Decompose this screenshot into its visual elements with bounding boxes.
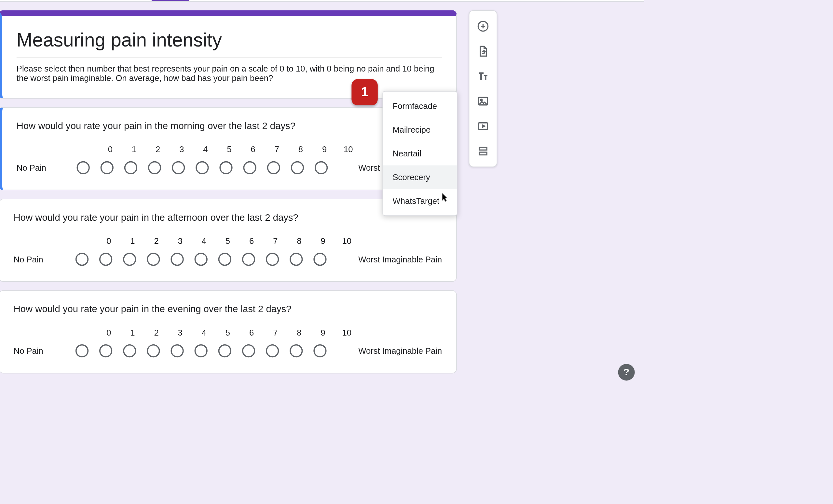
question-card[interactable]: How would you rate your pain in the even… xyxy=(0,291,457,374)
scale-number: 9 xyxy=(311,236,335,246)
radio-option[interactable] xyxy=(195,161,209,174)
addon-menu-item[interactable]: WhatsTarget xyxy=(383,189,457,213)
help-button[interactable]: ? xyxy=(618,364,635,380)
add-section-icon[interactable] xyxy=(471,139,495,163)
radio-option[interactable] xyxy=(265,253,279,266)
scale-number: 5 xyxy=(217,145,241,154)
addons-menu: FormfacadeMailrecipeNeartailScoreceryWha… xyxy=(382,91,457,216)
addon-menu-item[interactable]: Scorecery xyxy=(383,166,457,189)
scale-number: 2 xyxy=(144,236,168,246)
tab-questions[interactable]: Questions xyxy=(152,0,189,1)
scale-row: No PainWorst Imaginable Pain xyxy=(17,161,442,174)
radio-option[interactable] xyxy=(194,253,207,266)
radio-option[interactable] xyxy=(170,253,184,266)
scale-number: 1 xyxy=(121,328,144,337)
radio-option[interactable] xyxy=(242,253,255,266)
radio-option[interactable] xyxy=(170,344,184,357)
radio-option[interactable] xyxy=(218,253,231,266)
radio-option[interactable] xyxy=(75,253,88,266)
scale-number: 8 xyxy=(289,145,312,154)
radio-option[interactable] xyxy=(267,161,280,174)
radio-option[interactable] xyxy=(123,253,136,266)
scale-number: 6 xyxy=(241,145,265,154)
scale-row: No PainWorst Imaginable Pain xyxy=(14,253,442,266)
radio-option[interactable] xyxy=(124,161,137,174)
scale-numbers: 012345678910 xyxy=(98,145,360,154)
scale-number: 3 xyxy=(168,328,192,337)
radio-option[interactable] xyxy=(123,344,136,357)
scale-high-label: Worst Imaginable Pain xyxy=(358,346,442,355)
radio-option[interactable] xyxy=(194,344,207,357)
add-question-icon[interactable] xyxy=(471,14,495,38)
addon-menu-item[interactable]: Mailrecipe xyxy=(383,118,457,142)
scale-number: 10 xyxy=(336,145,360,154)
svg-rect-28 xyxy=(479,147,487,150)
addon-menu-item[interactable]: Formfacade xyxy=(383,94,457,118)
tab-responses[interactable]: Responses xyxy=(211,0,252,1)
scale-radios xyxy=(70,344,332,357)
scale-radios xyxy=(71,161,333,174)
scale-number: 2 xyxy=(144,328,168,337)
scale-number: 3 xyxy=(170,145,194,154)
scale-number: 3 xyxy=(168,236,192,246)
scale-number: 5 xyxy=(216,328,239,337)
scale-number: 2 xyxy=(146,145,170,154)
radio-option[interactable] xyxy=(218,344,231,357)
radio-option[interactable] xyxy=(220,161,233,174)
radio-option[interactable] xyxy=(99,253,112,266)
radio-option[interactable] xyxy=(313,253,326,266)
tab-settings[interactable]: Settings xyxy=(273,0,304,1)
question-text[interactable]: How would you rate your pain in the even… xyxy=(14,304,442,315)
scale-number: 5 xyxy=(216,236,239,246)
scale-numbers: 012345678910 xyxy=(97,328,359,337)
radio-option[interactable] xyxy=(172,161,185,174)
radio-option[interactable] xyxy=(265,344,279,357)
radio-option[interactable] xyxy=(100,161,114,174)
radio-option[interactable] xyxy=(242,344,255,357)
add-title-icon[interactable] xyxy=(471,65,495,88)
scale-number: 7 xyxy=(264,236,287,246)
scale-number: 8 xyxy=(287,236,311,246)
form-description[interactable]: Please select then number that best repr… xyxy=(17,57,442,83)
radio-option[interactable] xyxy=(289,253,302,266)
question-text[interactable]: How would you rate your pain in the afte… xyxy=(14,212,442,223)
addon-menu-item[interactable]: Neartail xyxy=(383,142,457,165)
form-title-card[interactable]: Measuring pain intensity Please select t… xyxy=(0,10,457,99)
question-text[interactable]: How would you rate your pain in the morn… xyxy=(17,121,442,131)
radio-option[interactable] xyxy=(75,344,88,357)
scale-number: 7 xyxy=(265,145,289,154)
scale-number: 6 xyxy=(240,328,264,337)
radio-option[interactable] xyxy=(315,161,328,174)
scale-high-label: Worst Imaginable Pain xyxy=(358,255,442,264)
svg-rect-29 xyxy=(479,152,487,155)
add-image-icon[interactable] xyxy=(471,89,495,113)
scale-number: 10 xyxy=(335,328,359,337)
radio-option[interactable] xyxy=(147,253,160,266)
scale-number: 4 xyxy=(192,236,216,246)
radio-option[interactable] xyxy=(291,161,304,174)
scale-low-label: No Pain xyxy=(17,163,46,172)
radio-option[interactable] xyxy=(148,161,161,174)
scale-number: 1 xyxy=(121,236,144,246)
scale-radios xyxy=(70,253,332,266)
scale-number: 4 xyxy=(194,145,217,154)
annotation-badge: 1 xyxy=(352,79,377,105)
form-canvas: Measuring pain intensity Please select t… xyxy=(0,2,644,390)
scale-number: 7 xyxy=(264,328,287,337)
scale-low-label: No Pain xyxy=(14,346,43,355)
question-toolbar xyxy=(469,10,498,167)
svg-point-26 xyxy=(481,99,482,101)
import-questions-icon[interactable] xyxy=(471,39,495,63)
form-title[interactable]: Measuring pain intensity xyxy=(17,29,442,51)
radio-option[interactable] xyxy=(243,161,256,174)
scale-number: 6 xyxy=(240,236,264,246)
scale-number: 0 xyxy=(97,236,121,246)
radio-option[interactable] xyxy=(313,344,326,357)
radio-option[interactable] xyxy=(147,344,160,357)
radio-option[interactable] xyxy=(289,344,302,357)
add-video-icon[interactable] xyxy=(471,114,495,138)
scale-number: 4 xyxy=(192,328,216,337)
radio-option[interactable] xyxy=(99,344,112,357)
scale-number: 9 xyxy=(311,328,335,337)
radio-option[interactable] xyxy=(77,161,90,174)
